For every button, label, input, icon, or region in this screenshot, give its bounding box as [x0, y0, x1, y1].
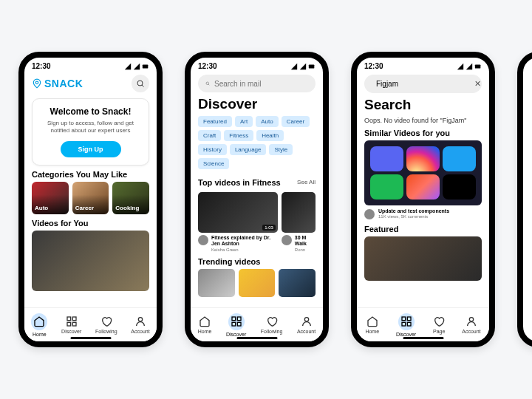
trending-row — [198, 269, 316, 297]
featured-title: Featured — [364, 225, 482, 233]
svg-rect-19 — [402, 322, 406, 326]
similar-thumbnail[interactable] — [364, 140, 482, 205]
chip[interactable]: History — [198, 144, 227, 155]
home-icon — [366, 316, 378, 327]
spotify-icon — [370, 174, 403, 200]
phone-home: 12:30 SNACK Welcome to Snack! Sign up to… — [18, 52, 163, 347]
welcome-card: Welcome to Snack! Sign up to access, fol… — [32, 98, 149, 166]
svg-rect-4 — [72, 317, 76, 321]
svg-point-21 — [469, 318, 473, 321]
svg-rect-15 — [475, 64, 481, 68]
svg-rect-11 — [237, 317, 241, 321]
chip[interactable]: Art — [235, 116, 253, 127]
trending-thumb[interactable] — [198, 269, 235, 297]
trending-thumb[interactable] — [239, 269, 276, 297]
section-header: Top videos in Fitness See All — [198, 174, 316, 190]
app-header: SNACK — [32, 72, 149, 95]
chip[interactable]: Health — [256, 130, 284, 141]
user-icon — [134, 316, 146, 327]
svg-point-14 — [304, 318, 308, 321]
nav-following[interactable]: Following — [95, 316, 117, 334]
chip[interactable]: Auto — [256, 116, 278, 127]
chip[interactable]: Science — [198, 158, 229, 169]
search-button[interactable] — [132, 75, 149, 92]
home-indicator — [403, 337, 443, 339]
search-input[interactable] — [376, 80, 470, 88]
avatar — [364, 209, 375, 219]
see-all-link[interactable]: See All — [297, 179, 316, 185]
figma-icon — [406, 174, 440, 200]
nav-discover[interactable]: Discover — [61, 316, 81, 334]
clear-icon[interactable]: ✕ — [474, 79, 481, 89]
chip[interactable]: Style — [269, 144, 293, 155]
grid-icon — [66, 316, 78, 327]
heart-icon — [266, 316, 278, 327]
chip[interactable]: Career — [282, 116, 310, 127]
video-meta: Update and test components11K views, 5K … — [364, 208, 482, 220]
nav-home[interactable]: Home — [365, 316, 379, 334]
svg-rect-17 — [402, 317, 406, 321]
top-videos-title: Top videos in Fitness — [198, 178, 281, 187]
welcome-body: Sign up to access, follow and get notifi… — [40, 120, 141, 135]
welcome-title: Welcome to Snack! — [40, 106, 141, 117]
status-icons — [457, 63, 482, 70]
video-title: Fitness explained by Dr. Jen Ashton — [211, 235, 278, 248]
svg-rect-13 — [237, 322, 241, 326]
status-bar: 12:30 — [357, 58, 489, 72]
nav-discover[interactable]: Discover — [396, 313, 416, 337]
page-title: Discover — [198, 96, 316, 112]
nav-account[interactable]: Account — [297, 316, 316, 334]
video-card[interactable]: 30 M WalkRonn — [282, 192, 316, 253]
search-input[interactable] — [214, 80, 308, 88]
status-time: 12:30 — [32, 62, 51, 70]
featured-thumbnail[interactable] — [364, 236, 482, 281]
signup-button[interactable]: Sign Up — [61, 141, 121, 157]
chip[interactable]: Fitness — [224, 130, 253, 141]
nav-account[interactable]: Account — [462, 316, 480, 334]
video-thumb — [282, 192, 316, 233]
nav-home[interactable]: Home — [198, 316, 212, 334]
logo-icon — [32, 78, 42, 89]
chip-row: Featured Art Auto Career Craft Fitness H… — [198, 116, 316, 169]
heart-icon — [433, 316, 445, 327]
search-bar[interactable]: ✕ — [364, 75, 482, 93]
svg-rect-8 — [309, 64, 315, 68]
home-icon — [33, 316, 45, 327]
status-bar: 12:30 — [191, 58, 323, 72]
chip[interactable]: Craft — [198, 130, 221, 141]
nav-account[interactable]: Account — [131, 316, 149, 334]
grid-icon — [231, 316, 242, 327]
nav-following[interactable]: Following — [261, 316, 283, 334]
svg-point-2 — [137, 81, 143, 86]
avatar — [198, 235, 208, 245]
search-icon — [205, 79, 210, 88]
status-bar: 12:30 — [24, 58, 157, 72]
instagram-icon — [406, 146, 440, 171]
svg-rect-0 — [143, 64, 149, 68]
video-author: Keisha Green — [211, 248, 278, 253]
video-card[interactable]: 1:03 Fitness explained by Dr. Jen Ashton… — [198, 192, 278, 253]
search-bar[interactable] — [198, 75, 316, 92]
user-icon — [301, 316, 313, 327]
video-thumbnail[interactable] — [32, 231, 149, 291]
category-cooking[interactable]: Cooking — [112, 182, 149, 214]
nav-discover[interactable]: Discover — [226, 313, 246, 337]
categories-row: Auto Career Cooking — [32, 182, 149, 214]
svg-point-1 — [35, 81, 38, 84]
chip[interactable]: Featured — [198, 116, 232, 127]
category-auto[interactable]: Auto — [32, 182, 69, 214]
category-career[interactable]: Career — [72, 182, 109, 214]
tiktok-icon — [443, 174, 476, 200]
nav-page[interactable]: Page — [433, 316, 445, 334]
video-author: Ronn — [295, 248, 316, 253]
nav-home[interactable]: Home — [31, 313, 47, 337]
grid-icon — [400, 316, 412, 327]
home-indicator — [70, 337, 111, 339]
video-title: 30 M Walk — [295, 235, 316, 248]
svg-rect-20 — [407, 322, 411, 326]
trending-thumb[interactable] — [279, 269, 316, 297]
status-bar — [523, 58, 532, 64]
categories-title: Categories You May Like — [32, 170, 149, 179]
video-thumb: 1:03 — [198, 192, 278, 233]
chip[interactable]: Language — [230, 144, 267, 155]
